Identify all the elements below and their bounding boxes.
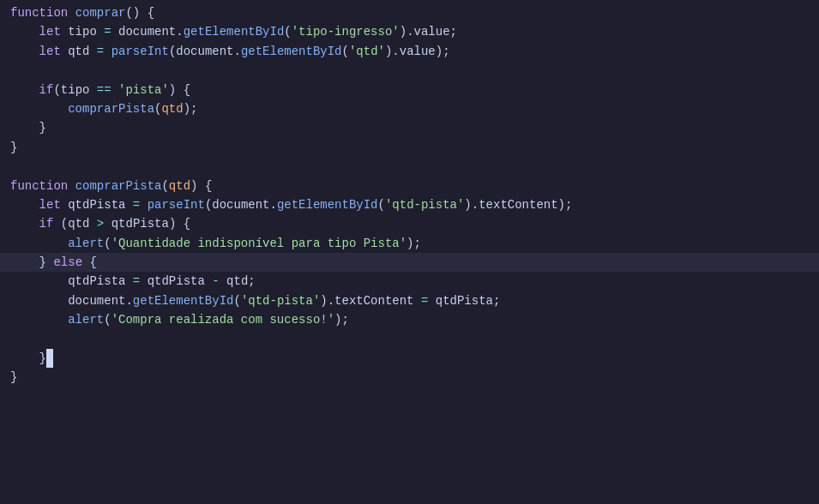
code-line: alert('Compra realizada com sucesso!');	[0, 310, 819, 329]
code-line: } else {	[0, 253, 819, 272]
code-line: let qtdPista = parseInt(document.getElem…	[0, 195, 819, 214]
code-line: alert('Quantidade indisponível para tipo…	[0, 234, 819, 253]
code-line	[0, 157, 819, 176]
code-line: let qtd = parseInt(document.getElementBy…	[0, 42, 819, 61]
code-line	[0, 61, 819, 80]
code-line: function comprarPista(qtd) {	[0, 177, 819, 195]
code-line: if(tipo == 'pista') {	[0, 81, 819, 99]
code-line: function comprar() {	[0, 3, 819, 22]
code-line: if (qtd > qtdPista) {	[0, 214, 819, 233]
code-line: qtdPista = qtdPista - qtd;	[0, 272, 819, 291]
code-line: comprarPista(qtd);	[0, 99, 819, 118]
code-editor[interactable]: function comprar() { let tipo = document…	[0, 0, 819, 504]
code-line: let tipo = document.getElementById('tipo…	[0, 22, 819, 41]
code-line: }	[0, 368, 819, 387]
code-line: }	[0, 138, 819, 157]
code-line	[0, 330, 819, 349]
code-line: }	[0, 118, 819, 137]
code-line: document.getElementById('qtd-pista').tex…	[0, 291, 819, 310]
code-line: }	[0, 349, 819, 368]
